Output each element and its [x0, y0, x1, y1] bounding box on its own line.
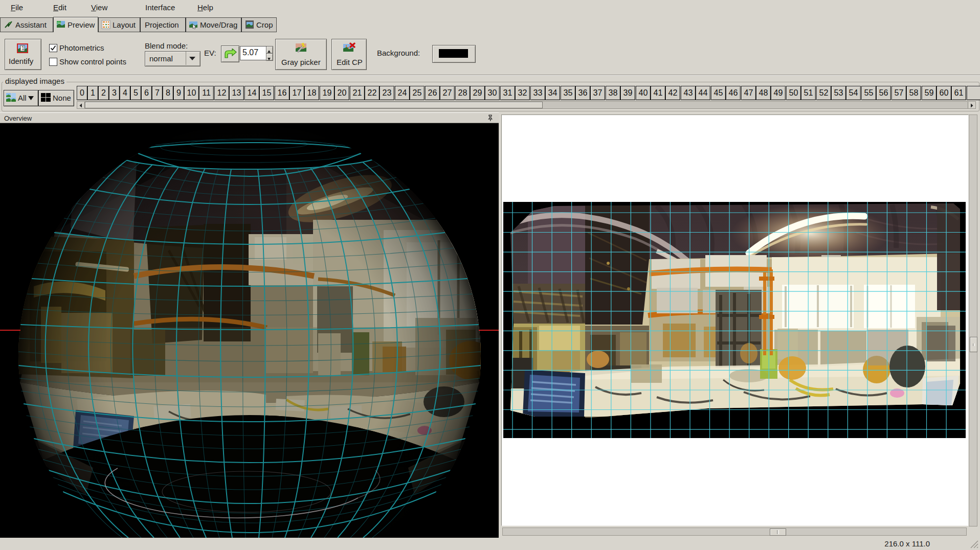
svg-text:GL: GL — [57, 21, 62, 25]
svg-text:1: 1 — [21, 45, 25, 51]
